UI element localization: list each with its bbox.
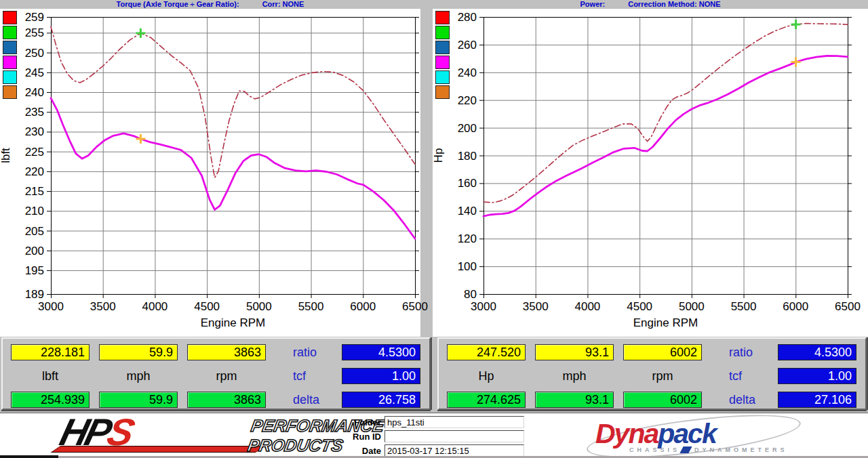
svg-text:5500: 5500	[298, 300, 324, 313]
yellow-cursor-marker	[791, 57, 801, 66]
svg-text:6000: 6000	[350, 300, 376, 313]
unit-label-hp: Hp	[447, 366, 526, 386]
svg-text:3000: 3000	[38, 300, 64, 313]
svg-text:260: 260	[458, 39, 477, 51]
torque-chart-panel: Torque (Axle Torque ÷ Gear Ratio): Corr:…	[0, 0, 420, 337]
yellow-lbft-value: 228.181	[11, 344, 90, 360]
dynapack-logo-pack: pack	[658, 418, 715, 449]
y-tick-labels: 2592552502452402352302252202152102052001…	[25, 11, 44, 301]
svg-text:6000: 6000	[783, 300, 808, 313]
svg-text:200: 200	[458, 122, 477, 135]
x-axis-label: Engine RPM	[201, 316, 265, 329]
yellow-hp-value: 247.520	[447, 344, 526, 360]
svg-text:120: 120	[458, 232, 477, 245]
power-chart-body: 2802602402202001801601401201008030003500…	[433, 9, 868, 337]
ratio-label: ratio	[711, 344, 768, 360]
svg-text:100: 100	[458, 260, 477, 273]
green-cursor-marker	[136, 28, 145, 38]
svg-text:80: 80	[464, 288, 477, 301]
tcf-value-box: 1.00	[342, 368, 420, 384]
dynapack-logo-dyna: Dyna	[595, 418, 658, 449]
torque-plot[interactable]: 2592552502452402352302252202152102052001…	[0, 9, 420, 337]
cursor-markers	[136, 28, 145, 144]
charts-row: Torque (Axle Torque ÷ Gear Ratio): Corr:…	[0, 0, 868, 337]
yellow-run-solid-curve	[51, 98, 415, 238]
delta-value-box: 27.106	[778, 392, 856, 408]
dynapack-sub-dynamometers: DYNAMOMETERS	[694, 446, 788, 453]
yellow-run-solid-curve	[484, 56, 848, 217]
green-run-dashdot-curve	[51, 27, 415, 178]
svg-text:280: 280	[458, 11, 477, 24]
yellow-rpm-value: 6002	[623, 344, 702, 360]
svg-text:4000: 4000	[142, 300, 168, 313]
plot-frame	[52, 18, 416, 295]
svg-text:3000: 3000	[471, 300, 496, 313]
yellow-cursor-marker	[136, 134, 145, 144]
run-id-input[interactable]	[384, 430, 524, 442]
green-cursor-marker	[791, 20, 801, 29]
ratio-label: ratio	[275, 344, 332, 360]
folder-label: Folder	[338, 417, 381, 428]
torque-readout-panel: 228.181 59.9 3863 ratio 4.5300 lbft mph …	[1, 337, 431, 410]
gridlines	[484, 17, 848, 295]
y-tick-labels: 28026024022020018016014012010080	[458, 11, 477, 301]
footer-bar: HPS PERFORMANCE PRODUCTS Folder Run ID D…	[0, 413, 868, 458]
tcf-label: tcf	[275, 368, 332, 384]
x-axis-label: Engine RPM	[633, 316, 698, 329]
gridlines	[51, 17, 416, 295]
delta-label: delta	[275, 392, 332, 408]
power-plot[interactable]: 2802602402202001801601401201008030003500…	[433, 9, 868, 337]
window-resize-corner	[0, 455, 58, 458]
torque-header-corr: Corr: NONE	[262, 0, 304, 9]
svg-text:200: 200	[25, 245, 44, 257]
y-axis-label: lbft	[0, 148, 12, 163]
svg-text:235: 235	[25, 106, 44, 119]
unit-label-mph: mph	[535, 366, 614, 386]
svg-text:180: 180	[458, 150, 477, 163]
power-chart-header: Power: Correction Method: NONE	[433, 0, 868, 9]
svg-text:4000: 4000	[575, 300, 601, 313]
power-header-corr: Correction Method: NONE	[628, 0, 720, 9]
green-rpm-value: 6002	[623, 392, 702, 408]
readouts-row: 228.181 59.9 3863 ratio 4.5300 lbft mph …	[0, 337, 868, 413]
green-rpm-value: 3863	[187, 392, 266, 408]
unit-label-rpm: rpm	[187, 366, 266, 386]
svg-text:5500: 5500	[731, 300, 757, 313]
run-id-label: Run ID	[338, 432, 381, 442]
svg-text:3500: 3500	[90, 300, 116, 313]
green-mph-value: 93.1	[535, 392, 614, 408]
green-run-dashdot-curve	[484, 24, 848, 203]
date-input[interactable]	[384, 444, 524, 457]
green-lbft-value: 254.939	[11, 392, 90, 408]
delta-label: delta	[711, 392, 768, 408]
dyno-app-window: Torque (Axle Torque ÷ Gear Ratio): Corr:…	[0, 0, 868, 458]
svg-text:259: 259	[25, 11, 44, 24]
folder-input[interactable]	[384, 416, 524, 428]
svg-text:5000: 5000	[246, 300, 272, 313]
svg-text:140: 140	[458, 205, 477, 217]
svg-text:4500: 4500	[194, 300, 220, 313]
svg-text:5000: 5000	[679, 300, 705, 313]
tcf-value-box: 1.00	[778, 368, 856, 384]
svg-text:250: 250	[25, 47, 44, 60]
delta-value-box: 26.758	[342, 392, 420, 408]
svg-text:245: 245	[25, 66, 44, 79]
yellow-mph-value: 93.1	[535, 344, 614, 360]
svg-text:160: 160	[458, 177, 477, 190]
x-tick-labels: 30003500400045005000550060006500	[38, 300, 428, 313]
svg-text:215: 215	[25, 185, 44, 198]
svg-text:220: 220	[458, 94, 477, 107]
yellow-rpm-value: 3863	[187, 344, 266, 360]
yellow-mph-value: 59.9	[99, 344, 178, 360]
svg-text:195: 195	[25, 264, 44, 277]
unit-label-rpm: rpm	[623, 366, 702, 386]
tcf-label: tcf	[711, 368, 768, 384]
green-mph-value: 59.9	[99, 392, 178, 408]
svg-text:6500: 6500	[402, 300, 428, 313]
green-hp-value: 274.625	[447, 392, 526, 408]
svg-text:220: 220	[25, 165, 44, 178]
power-chart-panel: Power: Correction Method: NONE 280260240…	[433, 0, 868, 337]
svg-text:6500: 6500	[835, 300, 861, 313]
svg-text:240: 240	[458, 66, 477, 79]
unit-label-lbft: lbft	[11, 366, 90, 386]
